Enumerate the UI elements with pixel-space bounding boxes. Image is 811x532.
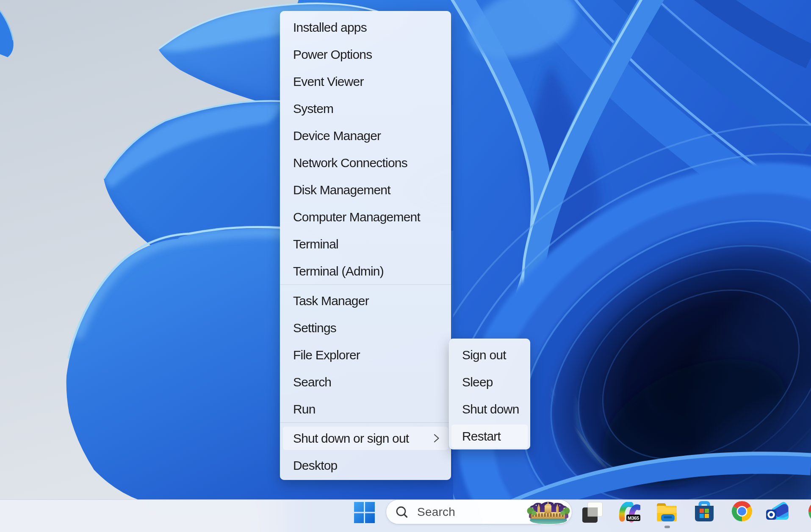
svg-text:M365: M365: [628, 515, 639, 521]
